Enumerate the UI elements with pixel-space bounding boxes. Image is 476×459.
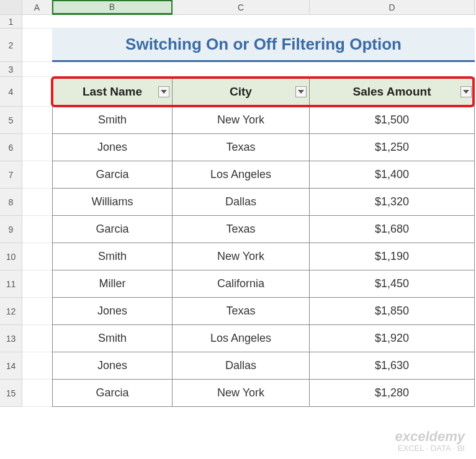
column-headers: A B C D [0, 0, 476, 15]
table-row: 14JonesDallas$1,630 [0, 352, 476, 380]
cell-sales-amount[interactable]: $1,450 [310, 270, 475, 298]
cell-city[interactable]: Texas [173, 298, 310, 325]
cell-sales-amount[interactable]: $1,920 [310, 325, 475, 352]
row-header-11[interactable]: 11 [0, 270, 22, 298]
cell-city[interactable]: New York [173, 107, 310, 134]
cell-last-name[interactable]: Williams [52, 189, 173, 216]
col-header-c[interactable]: C [173, 0, 310, 14]
row-4: 4 Last Name City Sales Amount [0, 77, 476, 107]
cell-last-name[interactable]: Garcia [52, 380, 173, 407]
cell-b3[interactable] [52, 62, 173, 77]
row-1: 1 [0, 15, 476, 29]
cell-a1[interactable] [22, 15, 52, 29]
row-3: 3 [0, 62, 476, 77]
cell-sales-amount[interactable]: $1,190 [310, 243, 475, 270]
select-all-corner[interactable] [0, 0, 22, 14]
cell-last-name[interactable]: Garcia [52, 216, 173, 243]
cell-sales-amount[interactable]: $1,680 [310, 216, 475, 243]
row-header-14[interactable]: 14 [0, 352, 22, 380]
table-row: 12JonesTexas$1,850 [0, 298, 476, 325]
row-header-4[interactable]: 4 [0, 77, 22, 107]
cell-last-name[interactable]: Garcia [52, 161, 173, 189]
table-row: 10SmithNew York$1,190 [0, 243, 476, 270]
cell-city[interactable]: Dallas [173, 352, 310, 380]
row-header-8[interactable]: 8 [0, 189, 22, 216]
cell-a14[interactable] [22, 352, 52, 380]
cell-a15[interactable] [22, 380, 52, 407]
col-header-b[interactable]: B [52, 0, 173, 14]
cell-city[interactable]: Texas [173, 216, 310, 243]
cell-sales-amount[interactable]: $1,320 [310, 189, 475, 216]
filter-button-city[interactable] [295, 86, 307, 97]
cell-city[interactable]: Dallas [173, 189, 310, 216]
cell-a9[interactable] [22, 216, 52, 243]
cell-sales-amount[interactable]: $1,250 [310, 134, 475, 161]
table-row: 11MillerCalifornia$1,450 [0, 270, 476, 298]
chevron-down-icon [463, 90, 469, 94]
row-header-10[interactable]: 10 [0, 243, 22, 270]
cell-c3[interactable] [173, 62, 310, 77]
cell-b1[interactable] [52, 15, 173, 29]
cell-last-name[interactable]: Smith [52, 243, 173, 270]
table-row: 6JonesTexas$1,250 [0, 134, 476, 161]
cell-sales-amount[interactable]: $1,280 [310, 380, 475, 407]
row-header-9[interactable]: 9 [0, 216, 22, 243]
cell-a12[interactable] [22, 298, 52, 325]
cell-a3[interactable] [22, 62, 52, 77]
cell-city[interactable]: Los Angeles [173, 325, 310, 352]
cell-last-name[interactable]: Smith [52, 325, 173, 352]
header-city[interactable]: City [173, 77, 310, 107]
filter-button-sales-amount[interactable] [460, 86, 472, 97]
row-header-7[interactable]: 7 [0, 161, 22, 189]
title-cell[interactable]: Switching On or Off Filtering Option [52, 29, 475, 62]
cell-a5[interactable] [22, 107, 52, 134]
row-header-6[interactable]: 6 [0, 134, 22, 161]
cell-city[interactable]: California [173, 270, 310, 298]
col-header-a[interactable]: A [22, 0, 52, 14]
cell-a4[interactable] [22, 77, 52, 107]
cell-a7[interactable] [22, 161, 52, 189]
cell-a2[interactable] [22, 29, 52, 62]
cell-a6[interactable] [22, 134, 52, 161]
row-header-15[interactable]: 15 [0, 380, 22, 407]
cell-sales-amount[interactable]: $1,630 [310, 352, 475, 380]
cell-c1[interactable] [173, 15, 310, 29]
cell-city[interactable]: New York [173, 243, 310, 270]
table-row: 7GarciaLos Angeles$1,400 [0, 161, 476, 189]
header-city-label: City [230, 85, 252, 99]
header-last-name[interactable]: Last Name [52, 77, 173, 107]
cell-sales-amount[interactable]: $1,850 [310, 298, 475, 325]
row-header-13[interactable]: 13 [0, 325, 22, 352]
cell-last-name[interactable]: Jones [52, 298, 173, 325]
table-row: 9GarciaTexas$1,680 [0, 216, 476, 243]
header-last-name-label: Last Name [83, 85, 142, 99]
cell-a13[interactable] [22, 325, 52, 352]
watermark-logo: exceldemy [395, 429, 465, 444]
col-header-d[interactable]: D [310, 0, 475, 14]
cell-sales-amount[interactable]: $1,500 [310, 107, 475, 134]
row-header-3[interactable]: 3 [0, 62, 22, 77]
table-row: 5SmithNew York$1,500 [0, 107, 476, 134]
cell-a11[interactable] [22, 270, 52, 298]
cell-sales-amount[interactable]: $1,400 [310, 161, 475, 189]
header-sales-amount[interactable]: Sales Amount [310, 77, 475, 107]
filter-button-last-name[interactable] [158, 86, 169, 97]
cell-city[interactable]: New York [173, 380, 310, 407]
row-2: 2 Switching On or Off Filtering Option [0, 29, 476, 62]
cell-last-name[interactable]: Smith [52, 107, 173, 134]
cell-last-name[interactable]: Miller [52, 270, 173, 298]
row-header-1[interactable]: 1 [0, 15, 22, 29]
row-header-2[interactable]: 2 [0, 29, 22, 62]
cell-a10[interactable] [22, 243, 52, 270]
cell-d1[interactable] [310, 15, 475, 29]
cell-last-name[interactable]: Jones [52, 352, 173, 380]
cell-d3[interactable] [310, 62, 475, 77]
cell-a8[interactable] [22, 189, 52, 216]
cell-city[interactable]: Los Angeles [173, 161, 310, 189]
row-header-5[interactable]: 5 [0, 107, 22, 134]
table-row: 13SmithLos Angeles$1,920 [0, 325, 476, 352]
cell-last-name[interactable]: Jones [52, 134, 173, 161]
cell-city[interactable]: Texas [173, 134, 310, 161]
row-header-12[interactable]: 12 [0, 298, 22, 325]
table-row: 15GarciaNew York$1,280 [0, 380, 476, 407]
